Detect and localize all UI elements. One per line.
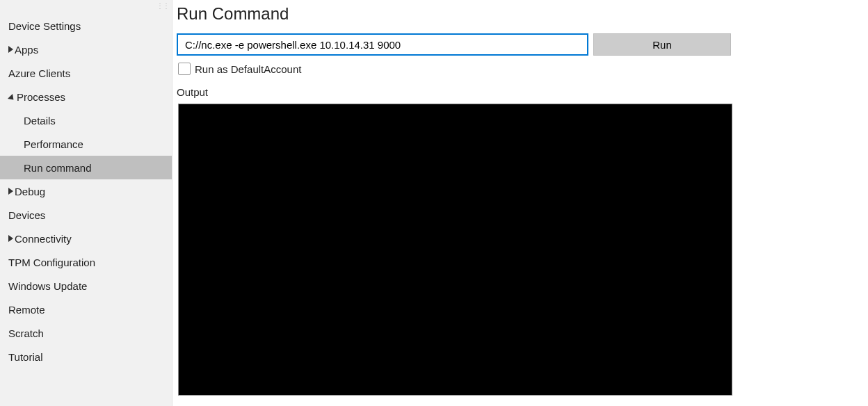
output-label: Output [177,86,868,98]
command-row: Run [177,33,868,56]
chevron-down-icon [8,93,16,102]
sidebar-item-processes[interactable]: Processes [0,85,172,108]
page-title: Run Command [177,4,868,24]
sidebar-item-remote[interactable]: Remote [0,298,172,321]
sidebar-item-tutorial[interactable]: Tutorial [0,345,172,368]
sidebar-item-debug[interactable]: Debug [0,179,172,203]
sidebar-item-label: Devices [8,209,45,221]
sidebar-item-run-command[interactable]: Run command [0,156,172,179]
sidebar-item-label: Azure Clients [8,67,70,79]
chevron-right-icon [8,46,13,53]
default-account-checkbox[interactable] [178,63,191,75]
command-input[interactable] [177,33,588,56]
chevron-right-icon [8,235,13,242]
sidebar-item-connectivity[interactable]: Connectivity [0,227,172,250]
sidebar-item-label: Run command [24,162,92,174]
sidebar-item-label: Details [24,115,56,127]
sidebar-item-label: Scratch [8,327,44,339]
sidebar-item-details[interactable]: Details [0,108,172,132]
sidebar-item-label: Remote [8,304,45,316]
sidebar-item-devices[interactable]: Devices [0,203,172,227]
sidebar-item-label: Apps [15,44,38,56]
run-button[interactable]: Run [593,33,731,56]
default-account-checkbox-row: Run as DefaultAccount [178,63,868,75]
sidebar-item-label: Processes [17,91,65,103]
sidebar-item-label: TPM Configuration [8,257,95,268]
sidebar-item-label: Connectivity [15,233,72,245]
sidebar-item-label: Tutorial [8,351,42,363]
sidebar-item-tpm-configuration[interactable]: TPM Configuration [0,250,172,274]
sidebar-item-label: Windows Update [8,280,87,292]
sidebar-item-azure-clients[interactable]: Azure Clients [0,61,172,85]
gripper-icon: ⋮⋮ [156,3,169,10]
sidebar-item-device-settings[interactable]: Device Settings [0,14,172,38]
default-account-checkbox-label: Run as DefaultAccount [195,63,301,75]
sidebar-item-scratch[interactable]: Scratch [0,321,172,345]
sidebar-item-label: Debug [15,186,45,197]
sidebar-item-windows-update[interactable]: Windows Update [0,274,172,298]
chevron-right-icon [8,188,13,195]
sidebar: ⋮⋮ Device SettingsAppsAzure ClientsProce… [0,0,172,406]
sidebar-item-label: Device Settings [8,20,81,32]
main-content: Run Command Run Run as DefaultAccount Ou… [172,0,868,406]
sidebar-item-label: Performance [24,138,83,150]
sidebar-item-performance[interactable]: Performance [0,132,172,156]
sidebar-item-apps[interactable]: Apps [0,38,172,61]
output-terminal[interactable] [178,104,732,396]
